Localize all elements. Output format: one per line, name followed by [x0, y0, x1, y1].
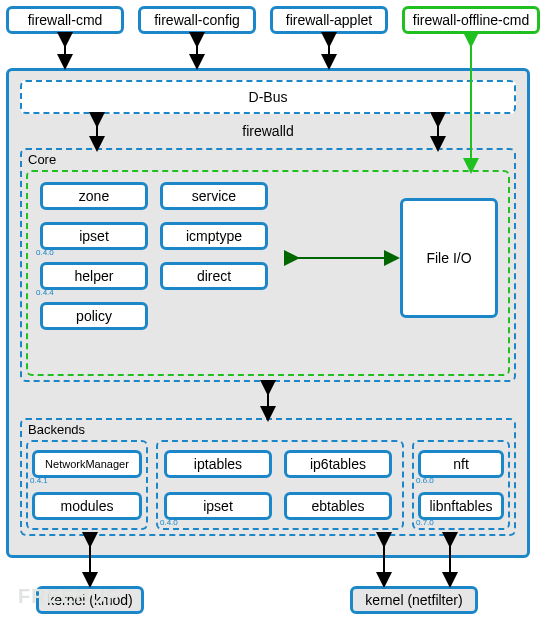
- arrows-layer: [0, 0, 546, 628]
